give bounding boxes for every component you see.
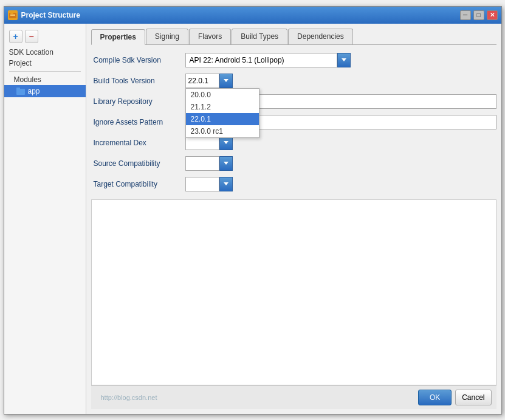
tab-build-types[interactable]: Build Types <box>232 29 287 44</box>
ok-button[interactable]: OK <box>418 390 452 405</box>
chevron-down-icon <box>224 182 228 185</box>
compile-sdk-label: Compile Sdk Version <box>91 56 185 64</box>
compile-sdk-control: API 22: Android 5.1 (Lollipop) <box>185 53 351 67</box>
svg-rect-1 <box>10 12 13 14</box>
build-tools-popup: 20.0.0 21.1.2 22.0.1 23.0.0 rc1 <box>185 88 259 138</box>
build-tools-input[interactable]: 22.0.1 <box>185 74 219 88</box>
remove-button[interactable]: − <box>25 30 38 43</box>
chevron-down-icon <box>342 58 346 61</box>
source-compat-btn[interactable] <box>219 156 233 171</box>
target-compat-btn[interactable] <box>219 177 233 191</box>
folder-icon <box>16 88 25 95</box>
title-bar-left: Project Structure <box>8 10 80 20</box>
build-tools-dropdown-btn[interactable] <box>219 74 233 88</box>
option-23.0.0rc1[interactable]: 23.0.0 rc1 <box>186 125 259 137</box>
ignore-assets-row: Ignore Assets Pattern <box>91 112 496 133</box>
source-compat-input[interactable] <box>185 156 219 171</box>
sidebar-item-sdk-location[interactable]: SDK Location <box>4 47 86 58</box>
target-compat-control <box>185 177 233 191</box>
tab-properties[interactable]: Properties <box>91 29 145 45</box>
close-button[interactable]: ✕ <box>487 10 498 20</box>
main-content: Properties Signing Flavors Build Types D… <box>86 24 501 414</box>
ignore-assets-label: Ignore Assets Pattern <box>91 118 185 126</box>
source-compat-row: Source Compatibility <box>91 153 496 174</box>
sidebar-item-project[interactable]: Project <box>4 58 86 69</box>
source-compat-dropdown <box>185 156 233 171</box>
incremental-dex-label: Incremental Dex <box>91 139 185 147</box>
source-compat-label: Source Compatibility <box>91 159 185 168</box>
minimize-button[interactable]: ─ <box>460 10 471 20</box>
source-compat-control <box>185 156 233 171</box>
target-compat-label: Target Compatibility <box>91 180 185 188</box>
option-22.0.1[interactable]: 22.0.1 <box>186 113 259 125</box>
library-repo-label: Library Repository <box>91 97 185 106</box>
watermark: http://blog.csdn.net <box>96 394 157 401</box>
chevron-down-icon <box>224 141 228 144</box>
build-tools-value: 22.0.1 <box>188 77 208 85</box>
target-compat-row: Target Compatibility <box>91 174 496 195</box>
option-21.1.2[interactable]: 21.1.2 <box>186 101 259 113</box>
window-body: + − SDK Location Project Modules app Pro… <box>4 24 501 414</box>
sidebar: + − SDK Location Project Modules app <box>4 24 86 414</box>
maximize-button[interactable]: □ <box>473 10 484 20</box>
add-button[interactable]: + <box>9 30 22 43</box>
sidebar-modules-label: Modules <box>4 74 86 85</box>
incremental-dex-row: Incremental Dex <box>91 133 496 153</box>
svg-rect-2 <box>10 14 15 15</box>
option-20.0.0[interactable]: 20.0.0 <box>186 89 259 101</box>
tab-flavors[interactable]: Flavors <box>189 29 231 44</box>
sidebar-item-app[interactable]: app <box>4 85 86 97</box>
title-bar: Project Structure ─ □ ✕ <box>4 7 501 24</box>
sidebar-divider <box>9 71 81 72</box>
tabs-bar: Properties Signing Flavors Build Types D… <box>91 29 496 45</box>
target-compat-dropdown <box>185 177 233 191</box>
sidebar-toolbar: + − <box>4 27 86 47</box>
svg-rect-3 <box>10 15 15 16</box>
tab-dependencies[interactable]: Dependencies <box>288 29 353 44</box>
project-structure-window: Project Structure ─ □ ✕ + − SDK Location… <box>4 6 502 415</box>
build-tools-row: Build Tools Version 22.0.1 20.0.0 <box>91 71 496 91</box>
title-controls: ─ □ ✕ <box>460 10 498 20</box>
compile-sdk-input: API 22: Android 5.1 (Lollipop) <box>185 53 337 67</box>
build-tools-dropdown-container: 22.0.1 20.0.0 21.1.2 22.0.1 23.0.0 rc1 <box>185 74 233 88</box>
build-tools-control: 22.0.1 20.0.0 21.1.2 22.0.1 23.0.0 rc1 <box>185 74 233 88</box>
tab-signing[interactable]: Signing <box>146 29 188 44</box>
bottom-bar: http://blog.csdn.net OK Cancel <box>91 385 496 409</box>
content-area <box>91 199 496 385</box>
window-title: Project Structure <box>21 11 80 19</box>
cancel-button[interactable]: Cancel <box>455 390 491 405</box>
library-repo-row: Library Repository <box>91 91 496 112</box>
compile-sdk-row: Compile Sdk Version API 22: Android 5.1 … <box>91 50 496 71</box>
target-compat-input[interactable] <box>185 177 219 191</box>
chevron-down-icon <box>224 79 228 82</box>
app-label: app <box>28 87 40 95</box>
app-icon <box>8 10 18 20</box>
chevron-down-icon <box>224 162 228 165</box>
compile-sdk-dropdown-btn[interactable] <box>337 53 351 67</box>
build-tools-label: Build Tools Version <box>91 77 185 85</box>
compile-sdk-value: API 22: Android 5.1 (Lollipop) <box>190 56 284 64</box>
properties-panel: Compile Sdk Version API 22: Android 5.1 … <box>91 50 496 385</box>
